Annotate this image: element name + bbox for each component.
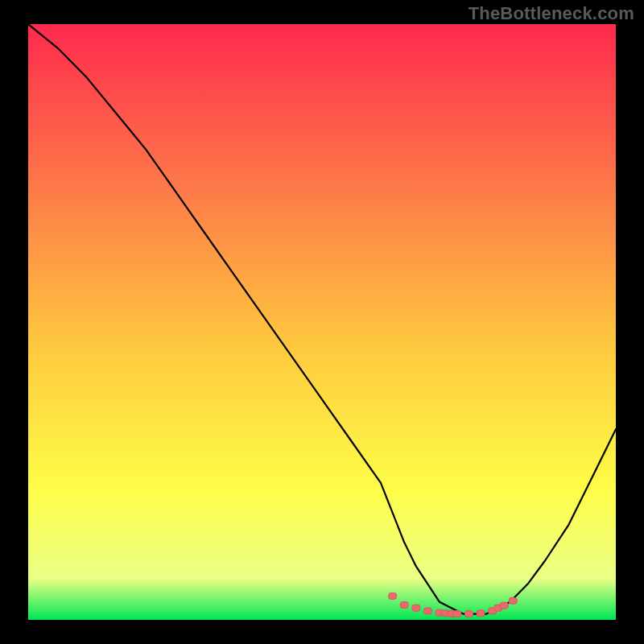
valley-marker [400,602,408,609]
valley-marker [453,611,461,617]
valley-marker [477,610,485,617]
valley-marker [509,597,517,604]
chart-frame: TheBottleneck.com [0,0,644,644]
valley-marker [412,605,420,611]
plot-area [28,24,616,620]
bottleneck-chart [28,24,616,620]
valley-marker [465,611,473,617]
valley-marker [500,602,508,609]
watermark-text: TheBottleneck.com [469,3,634,24]
valley-marker [389,592,397,599]
valley-marker [423,608,431,614]
